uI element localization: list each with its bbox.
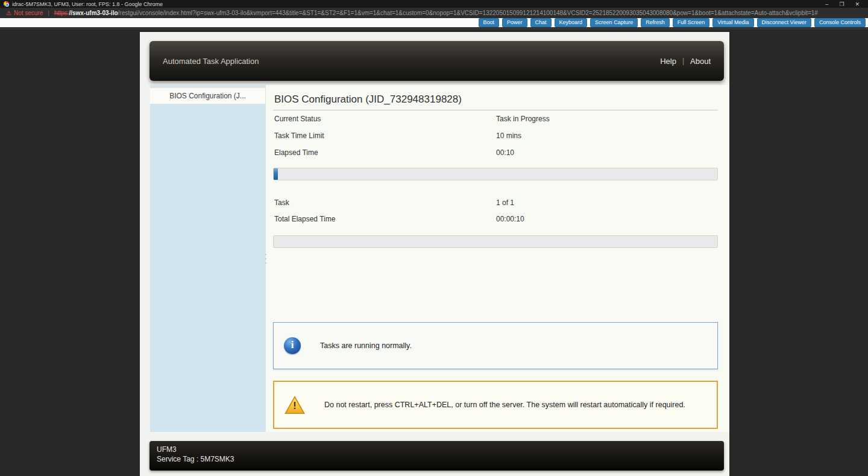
info-message-text: Tasks are running normally. <box>320 341 412 350</box>
url-scheme: https: <box>54 10 69 16</box>
task-time-limit-value: 10 mins <box>496 132 521 140</box>
task-count-value: 1 of 1 <box>496 198 514 207</box>
url-host: //swx-ufm3-03-ilo <box>69 10 118 16</box>
task-title: BIOS Configuration (JID_732948319828) <box>274 94 462 106</box>
refresh-button[interactable]: Refresh <box>641 18 670 28</box>
elapsed-time-value: 00:10 <box>496 148 514 157</box>
security-warning-icon[interactable]: ⚠ <box>6 10 11 16</box>
address-separator: | <box>48 10 49 16</box>
warning-message-text: Do not restart, press CTRL+ALT+DEL, or t… <box>324 401 685 409</box>
content-row: BIOS Configuration (J... BIOS Configurat… <box>150 85 729 432</box>
task-sidebar: BIOS Configuration (J... <box>150 85 265 432</box>
screen-capture-button[interactable]: Screen Capture <box>590 18 638 28</box>
close-icon[interactable]: ✕ <box>855 1 860 7</box>
elapsed-time-label: Elapsed Time <box>274 148 318 157</box>
keyboard-button[interactable]: Keyboard <box>555 18 588 28</box>
virtual-media-button[interactable]: Virtual Media <box>712 18 753 28</box>
overall-progress-bar <box>273 235 718 248</box>
help-link[interactable]: Help <box>660 57 676 66</box>
sidebar-item-bios-configuration[interactable]: BIOS Configuration (J... <box>150 87 265 104</box>
console-viewport: Automated Task Application Help | About … <box>0 32 868 476</box>
current-status-label: Current Status <box>274 115 321 123</box>
about-link[interactable]: About <box>690 57 711 66</box>
service-tag: Service Tag : 5M7SMK3 <box>157 455 724 463</box>
info-icon <box>284 337 301 354</box>
full-screen-button[interactable]: Full Screen <box>673 18 710 28</box>
console-toolbar: Boot Power Chat Keyboard Screen Capture … <box>0 18 868 30</box>
disconnect-viewer-button[interactable]: Disconnect Viewer <box>757 18 811 28</box>
browser-titlebar: idrac-5M7SMK3, UFM3, User: root, FPS: 1.… <box>0 0 868 8</box>
system-name: UFM3 <box>157 445 724 454</box>
header-divider: | <box>682 57 684 65</box>
app-footer: UFM3 Service Tag : 5M7SMK3 <box>149 441 724 471</box>
info-message-box: Tasks are running normally. <box>273 322 718 369</box>
task-detail-pane: BIOS Configuration (JID_732948319828) Cu… <box>265 85 729 432</box>
warning-icon: ! <box>285 396 305 414</box>
title-divider <box>273 110 718 110</box>
boot-button[interactable]: Boot <box>479 18 500 28</box>
task-time-limit-label: Task Time Limit <box>274 132 324 140</box>
chrome-favicon-icon <box>4 1 9 7</box>
minimize-icon[interactable]: – <box>825 1 828 7</box>
task-application-page: Automated Task Application Help | About … <box>140 32 729 476</box>
warning-message-box: ! Do not restart, press CTRL+ALT+DEL, or… <box>273 381 718 429</box>
task-progress-fill <box>274 168 278 180</box>
task-progress-bar <box>273 168 718 180</box>
console-controls-button[interactable]: Console Controls <box>814 18 866 28</box>
app-title: Automated Task Application <box>163 57 259 66</box>
window-title: idrac-5M7SMK3, UFM3, User: root, FPS: 1.… <box>12 1 163 7</box>
task-count-label: Task <box>274 198 289 207</box>
not-secure-label[interactable]: Not secure <box>14 10 43 16</box>
total-elapsed-time-value: 00:00:10 <box>496 215 524 223</box>
power-button[interactable]: Power <box>502 18 527 28</box>
total-elapsed-time-label: Total Elapsed Time <box>274 215 335 223</box>
pane-splitter-handle[interactable] <box>265 254 266 267</box>
chat-button[interactable]: Chat <box>530 18 552 28</box>
restore-icon[interactable]: ❐ <box>839 1 844 7</box>
address-bar[interactable]: ⚠ Not secure | https://swx-ufm3-03-ilo/r… <box>0 8 868 18</box>
url-path: /restgui/vconsole/index.html?ip=swx-ufm3… <box>118 10 818 16</box>
app-header: Automated Task Application Help | About <box>149 41 724 81</box>
current-status-value: Task in Progress <box>496 115 550 123</box>
